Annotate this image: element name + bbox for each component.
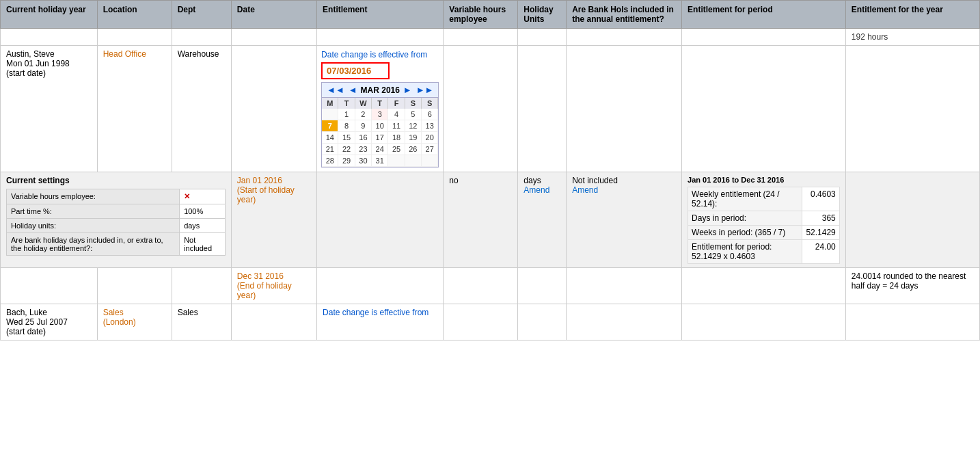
cal-cell-4[interactable]: 4 <box>388 109 405 120</box>
employee1-ent-period <box>682 46 846 172</box>
employee1-date: Mon 01 Jun 1998 <box>6 59 92 68</box>
settings-holiday-units: days Amend <box>518 172 567 268</box>
cal-cell-1[interactable]: 1 <box>338 109 355 120</box>
ent-detail-row-4: Entitlement for period: 52.1429 x 0.4603… <box>688 240 840 264</box>
settings-row-2: Part time %: 100% <box>7 204 226 219</box>
settings-ent-period: Jan 01 2016 to Dec 31 2016 Weekly entitl… <box>682 172 846 268</box>
employee1-info: Austin, Steve Mon 01 Jun 1998 (start dat… <box>1 46 98 172</box>
employee1-location: Head Office <box>97 46 172 172</box>
employee1-name: Austin, Steve <box>6 49 92 59</box>
settings-label-4: Are bank holiday days included in, or ex… <box>7 233 180 256</box>
cal-cell-13[interactable]: 13 <box>422 120 438 132</box>
calendar-nav: ◄◄ ◄ MAR 2016 ► ►► <box>321 82 439 98</box>
prev-holiday-year <box>1 29 98 46</box>
cal-cell-7[interactable]: 7 <box>322 120 338 132</box>
ent-label-4: Entitlement for period: 52.1429 x 0.4603 <box>688 240 802 264</box>
amend-units-link[interactable]: Amend <box>523 185 560 195</box>
cal-day-t1: T <box>338 98 355 109</box>
date-change-label: Date change is effective from <box>321 50 439 59</box>
dec-var-hours <box>444 268 518 304</box>
cal-cell-20[interactable]: 20 <box>422 132 438 144</box>
cal-cell-23[interactable]: 23 <box>355 144 372 155</box>
employee2-location-name[interactable]: Sales <box>103 308 124 317</box>
cal-cell-21[interactable]: 21 <box>322 144 338 155</box>
cal-cell-8[interactable]: 8 <box>338 120 355 132</box>
cal-cell-17[interactable]: 17 <box>372 132 388 144</box>
dec-ent-period <box>682 268 846 304</box>
main-table-container: Current holiday year Location Dept Date … <box>0 0 980 340</box>
settings-value-1: ✕ <box>180 189 226 204</box>
cal-day-s2: S <box>422 98 438 109</box>
employee1-var-hours <box>444 46 518 172</box>
ent-label-3: Weeks in period: (365 / 7) <box>688 226 802 240</box>
prev-location <box>97 29 172 46</box>
cal-cell-27[interactable]: 27 <box>422 144 438 155</box>
cal-cell-31[interactable]: 31 <box>372 155 388 167</box>
prev-variable-hours <box>444 29 518 46</box>
cal-cell-25[interactable]: 25 <box>388 144 405 155</box>
employee2-bank-hols <box>567 304 682 340</box>
prev-holiday-units <box>518 29 567 46</box>
cal-next-next-btn[interactable]: ►► <box>414 85 436 95</box>
settings-label-1: Variable hours employee: <box>7 189 180 204</box>
dec-ent-year: 24.0014 rounded to the nearest half day … <box>845 268 979 304</box>
employee1-bank-hols <box>567 46 682 172</box>
employee2-ent-period <box>682 304 846 340</box>
cal-prev-btn[interactable]: ◄ <box>346 85 359 95</box>
employee2-dept: Sales <box>172 304 231 340</box>
cal-cell-6[interactable]: 6 <box>422 109 438 120</box>
settings-label-2: Part time %: <box>7 204 180 219</box>
cal-cell-9[interactable]: 9 <box>355 120 372 132</box>
dec-row: Dec 31 2016 (End of holiday year) 24.001… <box>1 268 980 304</box>
cal-prev-prev-btn[interactable]: ◄◄ <box>325 85 346 95</box>
settings-ent-year <box>845 172 979 268</box>
employee2-info: Bach, Luke Wed 25 Jul 2007 (start date) <box>1 304 98 340</box>
col-header-dept: Dept <box>172 1 231 29</box>
cal-cell-24[interactable]: 24 <box>372 144 388 155</box>
amend-bank-hols-link[interactable]: Amend <box>572 185 676 195</box>
cal-cell-15[interactable]: 15 <box>338 132 355 144</box>
settings-panel: Current settings Variable hours employee… <box>1 172 232 268</box>
cal-cell-18[interactable]: 18 <box>388 132 405 144</box>
employee1-location-link[interactable]: Head Office <box>103 49 146 59</box>
dec-holiday-units <box>518 268 567 304</box>
col-header-bank-hols: Are Bank Hols included in the annual ent… <box>567 1 682 29</box>
cal-cell-29[interactable]: 29 <box>338 155 355 167</box>
cal-cell-14[interactable]: 14 <box>322 132 338 144</box>
cal-cell-empty4 <box>422 155 438 167</box>
cal-cell-16[interactable]: 16 <box>355 132 372 144</box>
cal-cell-28[interactable]: 28 <box>322 155 338 167</box>
prev-entitlement <box>317 29 444 46</box>
cal-cell-22[interactable]: 22 <box>338 144 355 155</box>
cal-cell-3[interactable]: 3 <box>372 109 388 120</box>
cal-row-1: 1 2 3 4 5 6 <box>322 109 438 120</box>
col-header-holiday-year: Current holiday year <box>1 1 98 29</box>
prev-employee-row: 192 hours <box>1 29 980 46</box>
cal-cell-12[interactable]: 12 <box>405 120 422 132</box>
cal-cell-5[interactable]: 5 <box>405 109 422 120</box>
employee2-location: Sales (London) <box>97 304 172 340</box>
cal-cell-10[interactable]: 10 <box>372 120 388 132</box>
cal-day-f: F <box>388 98 405 109</box>
settings-value-2: 100% <box>180 204 226 219</box>
cal-cell-2[interactable]: 2 <box>355 109 372 120</box>
ent-value-2: 365 <box>802 211 839 226</box>
ent-label-2: Days in period: <box>688 211 802 226</box>
cal-cell-30[interactable]: 30 <box>355 155 372 167</box>
cal-cell-11[interactable]: 11 <box>388 120 405 132</box>
cal-cell-19[interactable]: 19 <box>405 132 422 144</box>
settings-entitlement-col <box>317 172 444 268</box>
settings-bank-hols: Not included Amend <box>567 172 682 268</box>
employee1-date-col <box>231 46 316 172</box>
cal-month-label: MAR 2016 <box>359 85 401 95</box>
settings-date-col: Jan 01 2016 (Start of holiday year) <box>231 172 316 268</box>
col-header-variable-hours: Variable hours employee <box>444 1 518 29</box>
dec-bank-hols <box>567 268 682 304</box>
settings-row-1: Variable hours employee: ✕ <box>7 189 226 204</box>
cal-next-btn[interactable]: ► <box>401 85 414 95</box>
cal-cell-26[interactable]: 26 <box>405 144 422 155</box>
date-input[interactable] <box>321 62 390 79</box>
ent-value-4: 24.00 <box>802 240 839 264</box>
settings-title: Current settings <box>6 176 226 185</box>
cal-row-2: 7 8 9 10 11 12 13 <box>322 120 438 132</box>
